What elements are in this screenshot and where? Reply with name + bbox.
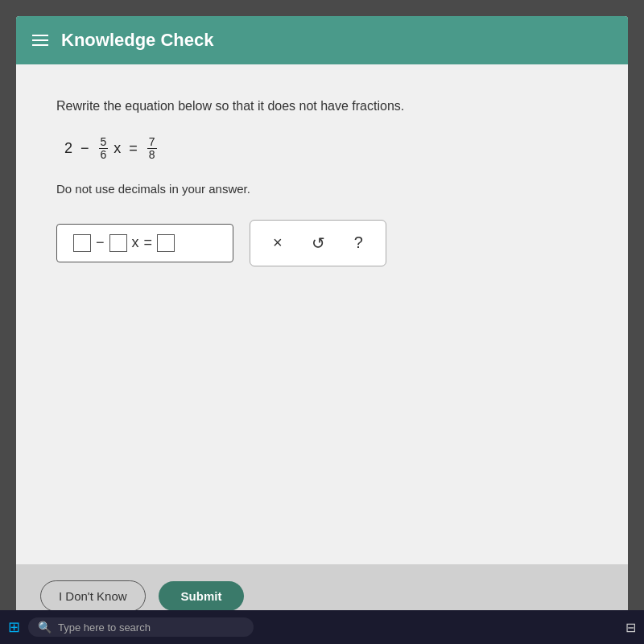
page-title: Knowledge Check — [61, 30, 213, 51]
no-decimals-note: Do not use decimals in your answer. — [56, 182, 588, 196]
search-placeholder-text: Type here to search — [58, 621, 151, 634]
question-instruction: Rewrite the equation below so that it do… — [56, 97, 588, 116]
equation-variable: x — [114, 140, 121, 156]
times-button[interactable]: × — [266, 230, 289, 255]
hamburger-menu-icon[interactable] — [32, 35, 48, 46]
fraction-numerator: 5 — [99, 136, 109, 149]
windows-taskbar: ⊞ 🔍 Type here to search ⊟ — [0, 610, 644, 644]
windows-start-icon[interactable]: ⊞ — [8, 618, 20, 636]
answer-slot-1[interactable] — [73, 234, 91, 252]
fraction-denominator: 6 — [99, 149, 109, 161]
submit-button[interactable]: Submit — [159, 581, 245, 611]
main-content: Rewrite the equation below so that it do… — [16, 64, 628, 564]
search-icon: 🔍 — [38, 621, 52, 634]
original-equation: 2 − 5 6 x = 7 8 — [64, 136, 588, 162]
taskbar-network-icon[interactable]: ⊟ — [625, 620, 636, 635]
rhs-fraction-denominator: 8 — [147, 149, 157, 161]
answer-area: − x = × ↺ ? — [56, 220, 588, 266]
equation-rhs-fraction: 7 8 — [147, 136, 157, 162]
help-button[interactable]: ? — [348, 230, 369, 255]
answer-slot-2[interactable] — [109, 234, 127, 252]
symbol-buttons-panel: × ↺ ? — [250, 220, 386, 266]
equation-lhs-whole: 2 — [64, 140, 72, 156]
answer-input-box[interactable]: − x = — [56, 224, 233, 262]
answer-slot-3[interactable] — [157, 234, 175, 252]
undo-button[interactable]: ↺ — [305, 230, 332, 256]
taskbar-search[interactable]: 🔍 Type here to search — [28, 617, 254, 637]
app-header: Knowledge Check — [16, 16, 628, 64]
dont-know-button[interactable]: I Don't Know — [40, 580, 146, 612]
equation-lhs-fraction: 5 6 — [99, 136, 109, 162]
taskbar-right-area: ⊟ — [625, 620, 636, 635]
rhs-fraction-numerator: 7 — [147, 136, 157, 149]
